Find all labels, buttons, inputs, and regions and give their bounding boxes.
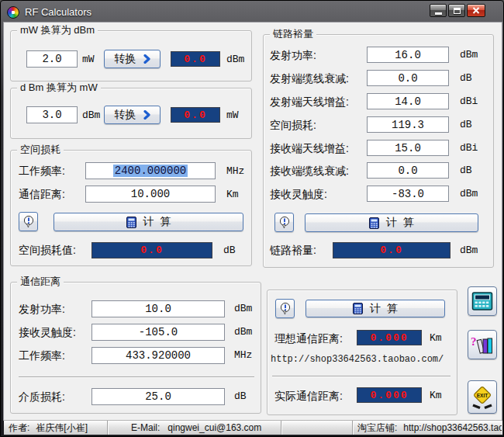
tx-power-input[interactable]: 16.0 bbox=[367, 47, 449, 63]
maximize-button[interactable] bbox=[448, 4, 465, 17]
field-label: 接收灵触度: bbox=[270, 188, 327, 202]
group-space-loss-title: 空间损耗 bbox=[17, 144, 64, 156]
space-loss-result-display: 0.0 bbox=[91, 242, 212, 258]
link-margin-result-unit: dBm bbox=[460, 245, 478, 256]
field-label: 接收端缆线衰减: bbox=[270, 165, 349, 179]
rx-cable-loss-input[interactable]: 0.0 bbox=[367, 162, 449, 179]
dbm-result-display: 0.0 bbox=[171, 107, 220, 123]
field-unit: dBm bbox=[234, 326, 252, 338]
field-unit: dB bbox=[460, 119, 472, 130]
group-link-margin: 链路裕量 发射功率: 16.0 dBm 发射端缆线衰减: 0.0 dB 发射端天… bbox=[263, 34, 494, 268]
app-window: RF Calculators mW 换算为 dBm 2.0 mW 转换 0.0 … bbox=[0, 0, 504, 437]
speech-balloon-icon bbox=[279, 302, 292, 315]
close-icon bbox=[472, 7, 480, 14]
field-label: 工作频率: bbox=[19, 349, 65, 363]
space-loss-result-label: 空间损耗值: bbox=[19, 244, 76, 258]
ideal-distance-label: 理想通信距离: bbox=[274, 332, 343, 346]
field-unit: dB bbox=[234, 390, 247, 402]
cd-rx-sensitivity-input[interactable]: -105.0 bbox=[91, 324, 225, 341]
field-unit: dBi bbox=[460, 95, 478, 107]
field-unit: dB bbox=[460, 165, 472, 176]
link-margin-result-label: 链路裕量: bbox=[270, 244, 316, 258]
actual-distance-label: 实际通信距离: bbox=[274, 390, 343, 404]
group-dbm-to-mw: d Bm 换算为 mW 3.0 dBm 转换 0.0 mW bbox=[10, 88, 252, 139]
group-link-margin-title: 链路裕量 bbox=[270, 28, 316, 40]
rx-antenna-gain-input[interactable]: 15.0 bbox=[367, 140, 449, 156]
field-unit: dBm bbox=[460, 188, 478, 199]
path-loss-input[interactable]: 119.3 bbox=[367, 116, 449, 133]
dist-unit: Km bbox=[226, 189, 239, 200]
author-label: 作者: bbox=[9, 421, 29, 435]
freq-input[interactable]: 2400.000000 bbox=[85, 162, 216, 179]
rx-sensitivity-input[interactable]: -83.0 bbox=[367, 186, 449, 202]
email-value[interactable]: qingwei_cui@163.com bbox=[167, 422, 261, 433]
cd-tx-power-input[interactable]: 10.0 bbox=[91, 300, 225, 317]
title-bar[interactable]: RF Calculators bbox=[4, 3, 500, 22]
minimize-button[interactable] bbox=[430, 4, 447, 17]
field-unit: MHz bbox=[234, 349, 252, 361]
app-pinwheel-icon bbox=[7, 6, 19, 19]
dbm-input-unit: dBm bbox=[82, 109, 100, 121]
client-area: mW 换算为 dBm 2.0 mW 转换 0.0 dBm d Bm 换算为 mW… bbox=[4, 23, 502, 420]
status-shop: 淘宝店铺: http://shop33642563.taobao.c bbox=[353, 421, 502, 435]
status-spacer bbox=[281, 421, 353, 435]
maximize-icon bbox=[454, 8, 461, 14]
voice-button[interactable] bbox=[275, 299, 295, 318]
field-unit: dBm bbox=[460, 49, 478, 61]
calculator-tool-button[interactable] bbox=[468, 286, 497, 316]
dbm-input[interactable]: 3.0 bbox=[26, 106, 78, 123]
speech-balloon-icon bbox=[278, 216, 291, 229]
ideal-distance-unit: Km bbox=[430, 332, 442, 344]
dist-input[interactable]: 10.000 bbox=[85, 186, 216, 203]
field-label: 发射功率: bbox=[19, 303, 65, 317]
shop-url[interactable]: http://shop33642563.taobao.c bbox=[403, 422, 502, 433]
svg-text:EXIT: EXIT bbox=[477, 393, 488, 398]
close-button[interactable] bbox=[467, 4, 485, 17]
field-label: 接收灵触度: bbox=[19, 326, 76, 340]
cd-medium-loss-input[interactable]: 25.0 bbox=[91, 388, 225, 405]
voice-button[interactable] bbox=[19, 212, 38, 231]
exit-button[interactable]: EXIT bbox=[468, 380, 497, 414]
group-mw-to-dbm-title: mW 换算为 dBm bbox=[17, 24, 98, 36]
mw-input[interactable]: 2.0 bbox=[26, 50, 78, 68]
link-margin-result-display: 0.0 bbox=[333, 242, 450, 258]
convert-dbm-button[interactable]: 转换 bbox=[104, 106, 161, 124]
convert-mw-button[interactable]: 转换 bbox=[104, 50, 161, 68]
group-comm-distance-title: 通信距离 bbox=[17, 276, 64, 288]
status-author: 作者: 崔庆伟[小崔] bbox=[4, 421, 108, 435]
shop-url-text[interactable]: http://shop33642563.taobao.com/ bbox=[271, 354, 444, 365]
minimize-icon bbox=[435, 12, 442, 15]
actual-distance-display: 0.000 bbox=[357, 387, 422, 403]
field-label: 发射功率: bbox=[270, 49, 316, 63]
field-label: 发射端缆线衰减: bbox=[270, 72, 349, 86]
tx-cable-loss-input[interactable]: 0.0 bbox=[367, 70, 449, 86]
group-distance-result: 计 算 理想通信距离: 0.000 Km http://shop33642563… bbox=[267, 290, 457, 415]
divider bbox=[272, 376, 450, 377]
link-margin-calc-button[interactable]: 计 算 bbox=[305, 213, 478, 232]
help-tool-button[interactable]: ? bbox=[468, 330, 497, 359]
question-books-icon: ? bbox=[471, 334, 494, 355]
group-space-loss: 空间损耗 工作频率: 2400.000000 MHz 通信距离: 10.000 … bbox=[10, 150, 252, 266]
field-label: 介质损耗: bbox=[19, 390, 65, 404]
distance-calc-button[interactable]: 计 算 bbox=[306, 300, 445, 317]
freq-unit: MHz bbox=[226, 165, 244, 177]
status-email: E-Mail: qingwei_cui@163.com bbox=[108, 421, 281, 435]
window-title: RF Calculators bbox=[25, 6, 91, 18]
voice-button[interactable] bbox=[274, 213, 294, 232]
shop-label: 淘宝店铺: bbox=[357, 421, 397, 435]
exit-sign-icon: EXIT bbox=[471, 385, 494, 410]
freq-label: 工作频率: bbox=[19, 165, 65, 179]
mw-result-display: 0.0 bbox=[171, 51, 220, 67]
field-label: 空间损耗: bbox=[270, 119, 316, 133]
cd-freq-input[interactable]: 433.920000 bbox=[91, 347, 225, 364]
status-bar: 作者: 崔庆伟[小崔] E-Mail: qingwei_cui@163.com … bbox=[4, 420, 502, 435]
chevron-right-icon bbox=[143, 54, 150, 64]
field-unit: dBm bbox=[234, 303, 252, 314]
divider bbox=[19, 376, 254, 378]
space-loss-result-unit: dB bbox=[223, 245, 236, 256]
speech-balloon-icon bbox=[22, 215, 35, 228]
tx-antenna-gain-input[interactable]: 14.0 bbox=[367, 93, 449, 109]
space-loss-calc-button[interactable]: 计 算 bbox=[54, 213, 243, 231]
calculator-icon bbox=[471, 291, 493, 311]
author-value: 崔庆伟[小崔] bbox=[36, 421, 88, 435]
